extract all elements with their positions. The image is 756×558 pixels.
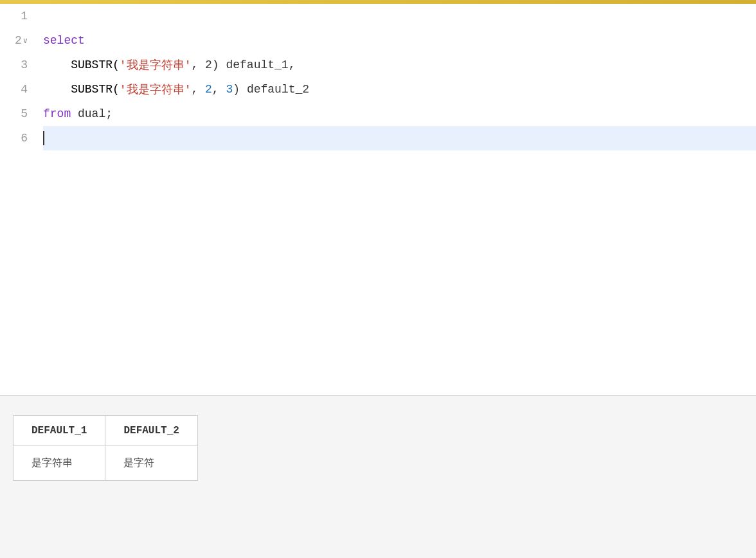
line-num-5: 5 — [21, 102, 28, 126]
line-num-4: 4 — [21, 77, 28, 102]
string-literal-2: '我是字符串' — [120, 82, 192, 97]
table-header-row: DEFAULT_1 DEFAULT_2 — [14, 416, 198, 446]
line-numbers: 1 2 ∨ 3 4 5 6 — [0, 4, 35, 395]
keyword-select: select — [43, 34, 85, 47]
func-substr-2: SUBSTR( — [43, 83, 120, 96]
code-line-6[interactable] — [43, 126, 756, 150]
code-line-4: SUBSTR('我是字符串', 2, 3) default_2 — [43, 77, 756, 102]
code-line-5: from dual; — [43, 102, 756, 126]
string-literal-1: '我是字符串' — [120, 57, 192, 73]
line-num-2: 2 ∨ — [15, 28, 28, 53]
keyword-from: from — [43, 107, 71, 120]
code-lines[interactable]: select SUBSTR('我是字符串', 2) default_1, SUB… — [35, 4, 756, 395]
comma-1: , — [191, 83, 205, 96]
line-num-6: 6 — [21, 126, 28, 150]
from-dual: dual; — [71, 107, 113, 120]
results-area: DEFAULT_1 DEFAULT_2 是字符串 是字符 — [0, 396, 756, 558]
line-num-1: 1 — [21, 4, 28, 28]
text-cursor — [43, 131, 44, 145]
code-line-1 — [43, 4, 756, 28]
num-2: 2 — [205, 83, 212, 96]
result-table: DEFAULT_1 DEFAULT_2 是字符串 是字符 — [13, 415, 198, 481]
col-default-2: DEFAULT_2 — [105, 416, 197, 446]
code-line-2: select — [43, 28, 756, 53]
fold-indicator: ∨ — [23, 36, 28, 46]
func-substr-1: SUBSTR( — [43, 59, 120, 71]
args-1: , 2) default_1, — [191, 59, 295, 71]
alias-2: ) default_2 — [233, 83, 309, 96]
line-num-3: 3 — [21, 53, 28, 77]
code-line-3: SUBSTR('我是字符串', 2) default_1, — [43, 53, 756, 77]
num-3: 3 — [226, 83, 233, 96]
col-default-1: DEFAULT_1 — [14, 416, 105, 446]
comma-2: , — [212, 83, 226, 96]
cell-default-1-value: 是字符串 — [14, 446, 105, 481]
cell-default-2-value: 是字符 — [105, 446, 197, 481]
table-row: 是字符串 是字符 — [14, 446, 198, 481]
code-editor[interactable]: 1 2 ∨ 3 4 5 6 select SUBSTR('我是字符串', 2) … — [0, 4, 756, 396]
